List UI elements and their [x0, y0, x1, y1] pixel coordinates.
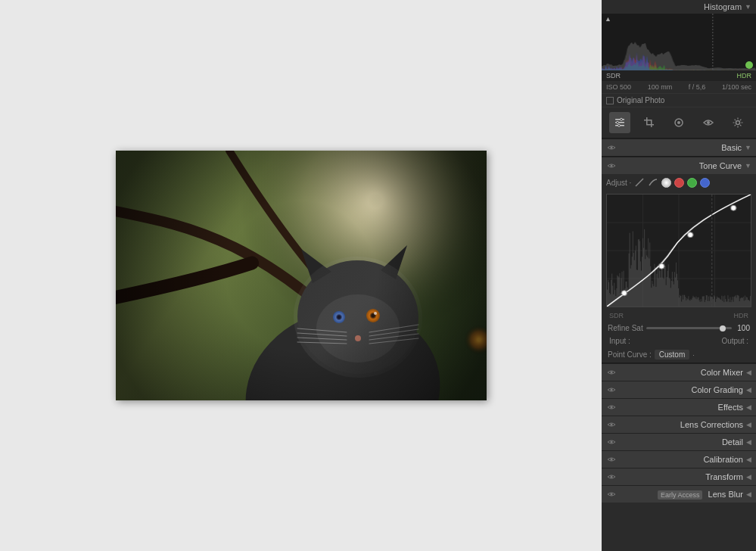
color-grading-section-header[interactable]: Color Grading ◀ — [602, 381, 756, 398]
curve-canvas — [607, 195, 751, 307]
redeye-tool-icon[interactable] — [698, 112, 719, 133]
point-curve-label: Point Curve : — [608, 350, 652, 359]
svg-point-21 — [611, 441, 613, 444]
effects-section-header[interactable]: Effects ◀ — [602, 398, 756, 416]
right-panel: Histogram ▼ ▲ SDR HDR ISO 500 100 mm f /… — [602, 0, 756, 551]
svg-point-24 — [611, 493, 613, 496]
crop-tool-icon[interactable] — [639, 112, 660, 133]
lens-corrections-eye[interactable] — [606, 419, 617, 430]
tool-icons-row — [602, 107, 756, 139]
histogram-labels: SDR HDR — [602, 70, 756, 81]
svg-point-22 — [611, 459, 613, 461]
svg-point-4 — [620, 118, 622, 120]
tone-curve-header[interactable]: Tone Curve ▼ — [602, 157, 756, 174]
svg-point-20 — [611, 424, 613, 426]
settings-tool-icon[interactable] — [727, 112, 748, 133]
lens-blur-arrow: ◀ — [746, 490, 751, 498]
point-curve-value[interactable]: Custom — [655, 350, 689, 360]
color-mixer-eye[interactable] — [606, 367, 617, 378]
svg-point-18 — [611, 389, 613, 391]
hdr-indicator — [745, 61, 753, 69]
svg-point-12 — [707, 121, 710, 124]
output-label: Output : — [721, 337, 748, 345]
refine-sat-thumb[interactable] — [720, 325, 726, 332]
transform-title: Transform — [620, 472, 743, 481]
original-photo-label: Original Photo — [617, 96, 664, 104]
calibration-eye[interactable] — [606, 454, 617, 465]
basic-section-title: Basic — [620, 143, 742, 152]
green-channel-dot[interactable] — [687, 178, 697, 188]
tone-curve-title: Tone Curve — [620, 161, 742, 170]
effects-eye[interactable] — [606, 402, 617, 412]
lens-blur-eye[interactable] — [606, 489, 617, 500]
blue-channel-dot[interactable] — [700, 178, 710, 188]
detail-eye[interactable] — [606, 437, 617, 447]
input-output-row: Input : Output : — [602, 335, 756, 347]
svg-point-5 — [618, 124, 620, 126]
early-access-badge: Early Access — [658, 490, 703, 500]
lens-corrections-section-header[interactable]: Lens Corrections ◀ — [602, 416, 756, 433]
curve-sdr-label: SDR — [609, 312, 624, 319]
color-mixer-section-header[interactable]: Color Mixer ◀ — [602, 363, 756, 381]
basic-section-header[interactable]: Basic ▼ — [602, 139, 756, 156]
svg-point-3 — [616, 121, 618, 123]
detail-section-header[interactable]: Detail ◀ — [602, 433, 756, 450]
svg-point-11 — [677, 121, 680, 124]
basic-eye-icon[interactable] — [606, 142, 617, 153]
refine-sat-row: Refine Sat 100 — [602, 321, 756, 335]
red-channel-dot[interactable] — [674, 178, 684, 188]
color-grading-arrow: ◀ — [746, 386, 751, 394]
heal-tool-icon[interactable] — [668, 112, 689, 133]
point-curve-row: Point Curve : Custom · — [602, 347, 756, 363]
adjust-row: Adjust · — [602, 174, 756, 191]
refine-sat-label: Refine Sat — [608, 324, 643, 332]
refine-sat-value: 100 — [735, 324, 750, 332]
color-mixer-arrow: ◀ — [746, 369, 751, 376]
point-curve-arrow: · — [692, 351, 695, 359]
lens-blur-title: Early Access Lens Blur — [620, 490, 743, 499]
calibration-section-header[interactable]: Calibration ◀ — [602, 450, 756, 468]
svg-rect-6 — [646, 117, 648, 125]
color-grading-title: Color Grading — [620, 385, 743, 394]
svg-point-19 — [611, 406, 613, 409]
photo-container — [116, 151, 487, 400]
main-canvas-area — [0, 0, 602, 551]
histogram-canvas-wrap: ▲ — [602, 14, 756, 70]
color-grading-eye[interactable] — [606, 384, 617, 395]
histogram-triangle: ▲ — [605, 15, 611, 23]
lens-corrections-arrow: ◀ — [746, 421, 751, 428]
svg-point-17 — [611, 372, 613, 374]
line-option-2[interactable] — [648, 177, 658, 188]
svg-point-13 — [736, 121, 740, 125]
meta-info-row: ISO 500 100 mm f / 5,6 1/100 sec — [602, 81, 756, 94]
calibration-arrow: ◀ — [746, 456, 751, 463]
svg-rect-9 — [651, 120, 652, 127]
transform-section-header[interactable]: Transform ◀ — [602, 468, 756, 485]
svg-rect-8 — [644, 120, 652, 121]
svg-line-16 — [636, 179, 643, 186]
input-label: Input : — [609, 337, 630, 345]
detail-arrow: ◀ — [746, 438, 751, 446]
svg-rect-7 — [646, 124, 654, 126]
meta-focal: 100 mm — [648, 83, 673, 91]
transform-eye[interactable] — [606, 472, 617, 482]
original-photo-checkbox[interactable] — [606, 97, 614, 104]
hdr-label: HDR — [737, 72, 752, 79]
histogram-title: Histogram ▼ — [602, 0, 756, 14]
lens-corrections-title: Lens Corrections — [620, 420, 743, 429]
curve-sdr-hdr-labels: SDR HDR — [602, 310, 756, 321]
tone-curve-arrow: ▼ — [745, 162, 751, 170]
adjustments-tool-icon[interactable] — [609, 112, 630, 133]
line-option-1[interactable] — [634, 177, 645, 188]
svg-point-15 — [611, 165, 613, 167]
lens-blur-section-header[interactable]: Early Access Lens Blur ◀ — [602, 485, 756, 503]
refine-sat-slider[interactable] — [646, 327, 732, 329]
meta-iso: ISO 500 — [606, 83, 631, 91]
adjust-label: Adjust · — [606, 179, 631, 187]
white-channel-dot[interactable] — [661, 178, 671, 188]
color-mixer-title: Color Mixer — [620, 368, 743, 377]
detail-title: Detail — [620, 437, 743, 447]
tone-curve-eye-icon[interactable] — [606, 160, 617, 171]
histogram-canvas — [602, 14, 756, 70]
tone-curve-graph[interactable] — [606, 194, 751, 307]
